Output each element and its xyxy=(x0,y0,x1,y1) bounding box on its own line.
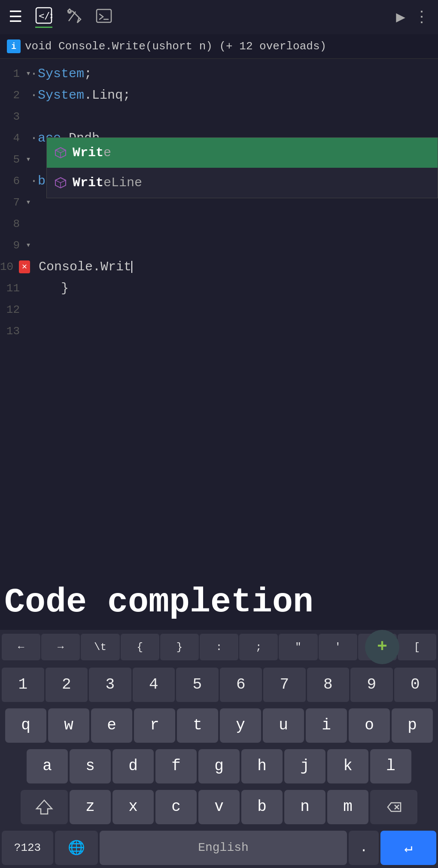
line-number: 5 xyxy=(0,149,26,170)
info-bar: i void Console.Write(ushort n) (+ 12 ove… xyxy=(0,34,438,59)
key-6[interactable]: 6 xyxy=(220,668,262,702)
key-row-asdf: a s d f g h j k l xyxy=(0,746,438,786)
number-row: 1 2 3 4 5 6 7 8 9 0 xyxy=(0,664,438,705)
svg-marker-10 xyxy=(55,178,66,183)
editor-area[interactable]: 1 ▾ ·System; 2 ·System.Linq; 3 4 ·ace Dn… xyxy=(0,59,438,571)
space-key[interactable]: English xyxy=(100,831,347,865)
key-t[interactable]: t xyxy=(177,708,218,743)
table-row: 3 xyxy=(0,106,438,127)
key-open-bracket[interactable]: [ xyxy=(398,634,436,660)
line-number: 1 xyxy=(0,63,26,85)
fold-marker[interactable]: ▾ xyxy=(26,149,31,170)
key-single-quote[interactable]: ' xyxy=(319,634,357,660)
table-row: 8 xyxy=(0,213,438,235)
key-r[interactable]: r xyxy=(134,708,175,743)
key-0[interactable]: 0 xyxy=(394,668,437,702)
svg-marker-12 xyxy=(36,800,52,814)
tab-terminal[interactable] xyxy=(95,7,113,27)
autocomplete-item-writeline[interactable]: WriteLine xyxy=(47,168,438,198)
key-q[interactable]: q xyxy=(5,708,46,743)
key-d[interactable]: d xyxy=(113,749,154,783)
key-l[interactable]: l xyxy=(370,749,411,783)
key-n[interactable]: n xyxy=(284,790,325,824)
tab-code[interactable]: </> xyxy=(35,7,52,28)
key-colon[interactable]: : xyxy=(200,634,238,660)
line-code: ·System; xyxy=(30,63,92,85)
key-o[interactable]: o xyxy=(349,708,390,743)
key-k[interactable]: k xyxy=(327,749,368,783)
menu-icon[interactable]: ☰ xyxy=(9,8,22,27)
key-u[interactable]: u xyxy=(263,708,304,743)
key-j[interactable]: j xyxy=(284,749,325,783)
globe-key[interactable]: 🌐 xyxy=(55,831,98,865)
table-row: 2 ·System.Linq; xyxy=(0,85,438,106)
key-c[interactable]: c xyxy=(155,790,197,824)
table-row: 12 xyxy=(0,299,438,321)
key-9[interactable]: 9 xyxy=(350,668,393,702)
key-e[interactable]: e xyxy=(91,708,132,743)
key-tab[interactable]: \t xyxy=(81,634,119,660)
key-x[interactable]: x xyxy=(113,790,154,824)
key-i[interactable]: i xyxy=(306,708,347,743)
ac-text-write: Write xyxy=(73,145,111,160)
enter-key[interactable]: ↵ xyxy=(380,831,436,865)
line-number: 12 xyxy=(0,299,26,321)
key-s[interactable]: s xyxy=(70,749,111,783)
key-b[interactable]: b xyxy=(241,790,283,824)
line-number: 11 xyxy=(0,278,26,299)
autocomplete-item-write[interactable]: Write xyxy=(47,138,438,168)
error-marker: ✕ xyxy=(19,260,30,273)
play-icon[interactable]: ▶ xyxy=(396,8,405,27)
code-lines: 1 ▾ ·System; 2 ·System.Linq; 3 4 ·ace Dn… xyxy=(0,59,438,346)
svg-rect-3 xyxy=(97,9,111,22)
line-number: 6 xyxy=(0,170,26,192)
autocomplete-dropdown[interactable]: Write WriteLine xyxy=(46,137,438,198)
fab-plus-button[interactable]: + xyxy=(365,630,399,664)
key-2[interactable]: 2 xyxy=(46,668,88,702)
line-code: } xyxy=(30,278,69,299)
key-semicolon[interactable]: ; xyxy=(239,634,278,660)
key-7[interactable]: 7 xyxy=(263,668,306,702)
info-icon[interactable]: i xyxy=(7,39,21,53)
key-row-qwerty: q w e r t y u i o p xyxy=(0,705,438,746)
more-options-icon[interactable]: ⋮ xyxy=(414,8,429,27)
tab-tools[interactable] xyxy=(65,7,82,27)
plus-icon: + xyxy=(377,638,387,656)
code-brackets-icon: </> xyxy=(35,7,52,24)
key-right-arrow[interactable]: → xyxy=(41,634,80,660)
table-row: 10 ✕ Console.Writ xyxy=(0,256,438,278)
line-number: 7 xyxy=(0,192,26,213)
table-row: 11 } xyxy=(0,278,438,299)
ac-text-writeline: WriteLine xyxy=(73,175,142,190)
key-m[interactable]: m xyxy=(327,790,368,824)
key-open-brace[interactable]: { xyxy=(121,634,159,660)
toolbar: ☰ </> ▶ ⋮ xyxy=(0,0,438,34)
table-row: 1 ▾ ·System; xyxy=(0,63,438,85)
tools-icon xyxy=(65,7,82,24)
key-p[interactable]: p xyxy=(392,708,433,743)
num-toggle-key[interactable]: ?123 xyxy=(2,831,53,865)
shift-key[interactable] xyxy=(21,790,68,824)
key-row-zxcv: z x c v b n m xyxy=(0,786,438,827)
key-5[interactable]: 5 xyxy=(176,668,219,702)
key-left-arrow[interactable]: ← xyxy=(2,634,40,660)
key-close-brace[interactable]: } xyxy=(160,634,199,660)
key-f[interactable]: f xyxy=(155,749,197,783)
key-3[interactable]: 3 xyxy=(89,668,131,702)
key-1[interactable]: 1 xyxy=(2,668,44,702)
key-double-quote[interactable]: " xyxy=(279,634,317,660)
key-z[interactable]: z xyxy=(70,790,111,824)
key-v[interactable]: v xyxy=(198,790,240,824)
line-number: 13 xyxy=(0,321,26,342)
key-8[interactable]: 8 xyxy=(307,668,350,702)
key-w[interactable]: w xyxy=(48,708,89,743)
key-a[interactable]: a xyxy=(27,749,68,783)
key-4[interactable]: 4 xyxy=(133,668,175,702)
period-key[interactable]: . xyxy=(349,831,379,865)
fold-marker[interactable]: ▾ xyxy=(26,192,31,213)
key-g[interactable]: g xyxy=(198,749,240,783)
key-y[interactable]: y xyxy=(220,708,261,743)
fold-marker[interactable]: ▾ xyxy=(26,235,31,256)
key-h[interactable]: h xyxy=(241,749,283,783)
backspace-key[interactable] xyxy=(370,790,417,824)
